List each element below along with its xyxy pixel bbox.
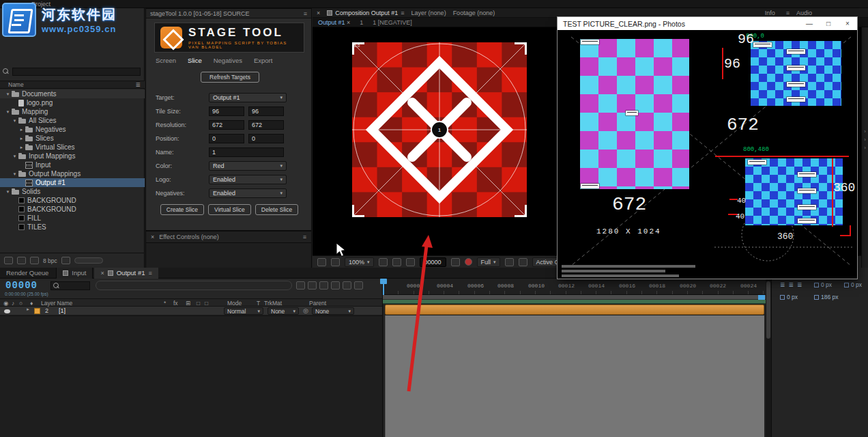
tile-height-input[interactable] [248, 107, 284, 116]
tab-layer[interactable]: Layer (none) [411, 10, 446, 16]
new-composition-icon[interactable] [30, 257, 39, 264]
target-select[interactable]: Output #1▾ [209, 93, 287, 102]
project-columns-header[interactable]: Name ≣ [0, 81, 145, 89]
twirl-icon[interactable]: ▼ [4, 110, 12, 114]
panel-grip-strip[interactable]: › › › [861, 27, 868, 268]
maximize-button[interactable]: □ [819, 20, 838, 27]
tab-effect-controls[interactable]: Effect Controls (none) [159, 234, 218, 240]
vertical-scrollbar[interactable] [766, 279, 771, 437]
layer-twirl-icon[interactable]: ► [26, 307, 30, 311]
virtual-slice-button[interactable]: Virtual Slice [208, 204, 251, 215]
work-area-end-handle[interactable] [758, 295, 765, 300]
position-x-input[interactable] [209, 134, 244, 143]
shy-layers-icon[interactable] [296, 281, 305, 290]
magnification-select[interactable]: 100%▾ [345, 257, 374, 267]
tab-info[interactable]: Info [765, 10, 775, 16]
tab-input[interactable]: Input [56, 268, 93, 279]
time-ruler[interactable]: 00002 00004 00006 00008 00010 00012 0001… [383, 279, 766, 295]
close-icon[interactable]: × [100, 270, 104, 277]
view-tab-1[interactable]: 1 [360, 19, 363, 26]
delete-slice-button[interactable]: Delete Slice [255, 204, 298, 215]
current-time-indicator[interactable] [383, 279, 384, 295]
tree-row[interactable]: FILL [0, 214, 145, 223]
panel-menu-icon[interactable]: ≡ [303, 234, 306, 240]
tree-row[interactable]: ►Negatives [0, 125, 145, 134]
trkmat-column[interactable]: TrkMat [264, 300, 282, 307]
photos-window[interactable]: TEST PICTURE_CLEAR.png - Photos — □ × [558, 17, 857, 279]
tab-audio[interactable]: Audio [796, 10, 812, 16]
tree-row[interactable]: ▼All Slices [0, 116, 145, 125]
twirl-icon[interactable]: ▼ [11, 154, 18, 158]
hand-tool-icon[interactable] [331, 258, 340, 266]
logo-select[interactable]: Enabled▾ [209, 175, 287, 184]
tab-export[interactable]: Export [254, 57, 272, 64]
create-slice-button[interactable]: Create Slice [160, 204, 204, 215]
twirl-icon[interactable]: ► [18, 137, 25, 141]
transparency-grid-icon[interactable] [519, 258, 527, 266]
layer-name-column[interactable]: Layer Name [41, 300, 72, 307]
resolution-height-input[interactable] [248, 120, 284, 130]
project-footer-slider[interactable] [74, 257, 103, 264]
parent-pickwhip-icon[interactable]: ◎ [303, 307, 308, 314]
view-tab-negative[interactable]: 1 [NEGATIVE] [373, 19, 411, 26]
project-bit-depth[interactable]: 8 bpc [43, 257, 57, 264]
motion-blur-icon[interactable] [319, 281, 328, 290]
tab-render-queue[interactable]: Render Queue [0, 268, 55, 279]
tree-row[interactable]: logo.png [0, 98, 145, 107]
name-input[interactable] [209, 147, 284, 157]
panel-close-icon[interactable]: × [317, 10, 320, 16]
negatives-select[interactable]: Enabled▾ [209, 188, 287, 198]
tree-row[interactable]: ►Slices [0, 134, 145, 143]
tree-row[interactable]: Input [0, 160, 145, 169]
photos-title-bar[interactable]: TEST PICTURE_CLEAR.png - Photos — □ × [558, 17, 857, 30]
column-options-icon[interactable]: ≣ [135, 81, 141, 88]
delete-icon[interactable] [61, 257, 70, 264]
twirl-icon[interactable]: ▼ [11, 119, 18, 123]
tab-footage[interactable]: Footage (none) [453, 10, 495, 16]
panel-expand-icon[interactable]: › [864, 145, 866, 151]
layer-duration-bar[interactable] [385, 305, 764, 315]
blend-mode-select[interactable]: Normal▾ [224, 307, 263, 315]
tree-row[interactable]: ▼Input Mappings [0, 152, 145, 160]
position-y-input[interactable] [248, 134, 284, 143]
close-icon[interactable]: × [347, 19, 350, 26]
tab-composition[interactable]: Composition Output #1≡ [327, 10, 404, 16]
current-frame-display[interactable]: 00000 [420, 257, 446, 267]
color-select[interactable]: Red▾ [209, 161, 287, 171]
graph-editor-icon[interactable] [331, 281, 340, 290]
composition-mini-flowchart-well[interactable] [96, 281, 292, 290]
tree-row[interactable]: ▼Solids [0, 187, 145, 196]
mode-column[interactable]: Mode [227, 300, 242, 307]
show-channel-icon[interactable] [465, 258, 472, 266]
scrollbar-thumb[interactable] [766, 281, 770, 339]
camera-shutter-icon[interactable] [354, 281, 363, 290]
trkmat-select[interactable]: None▾ [267, 307, 299, 315]
tile-width-input[interactable] [209, 107, 244, 116]
current-time-display[interactable]: 00000 [5, 280, 38, 291]
twirl-icon[interactable]: ► [18, 145, 25, 150]
tree-row[interactable]: ►Virtual Slices [0, 143, 145, 152]
align-list-icon[interactable]: ≣ [789, 281, 794, 288]
minimize-button[interactable]: — [800, 20, 819, 27]
panel-menu-icon[interactable]: ≡ [786, 10, 790, 16]
view-tab-output1[interactable]: Output #1 × [318, 19, 350, 26]
layer-name[interactable]: [1] [59, 307, 66, 314]
tree-row[interactable]: ▼Documents [0, 89, 145, 98]
grid-icon[interactable] [392, 258, 401, 266]
twirl-icon[interactable]: ▼ [11, 172, 18, 176]
refresh-targets-button[interactable]: Refresh Targets [201, 72, 259, 83]
tree-row[interactable]: TILES [0, 223, 145, 231]
panel-menu-icon[interactable]: ≡ [401, 10, 404, 16]
panel-expand-icon[interactable]: › [864, 128, 866, 135]
draft-3d-icon[interactable] [343, 281, 351, 290]
tab-screen[interactable]: Screen [156, 57, 176, 64]
region-of-interest-icon[interactable] [505, 258, 514, 266]
parent-select[interactable]: None▾ [312, 307, 354, 315]
panel-expand-icon[interactable]: › [864, 137, 866, 143]
tree-row-selected[interactable]: Output #1 [0, 178, 145, 187]
layer-row[interactable]: ► 2 [1] Normal▾ None▾ ◎ None▾ [0, 307, 382, 315]
twirl-icon[interactable]: ▼ [4, 92, 12, 96]
tab-slice[interactable]: Slice [188, 57, 202, 64]
resolution-select[interactable]: Full▾ [477, 257, 500, 267]
panel-menu-icon[interactable]: ≡ [304, 10, 307, 17]
